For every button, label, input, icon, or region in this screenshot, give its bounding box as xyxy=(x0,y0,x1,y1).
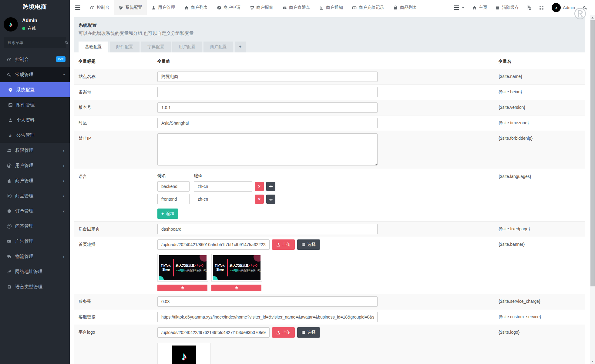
row-label: 备案号 xyxy=(79,87,157,97)
tab-4[interactable]: 商户配置 xyxy=(203,42,233,52)
clear-cache-button[interactable]: 清除缓存 xyxy=(491,0,523,15)
language-entry-1: × xyxy=(157,194,499,204)
home-link[interactable]: 主页 xyxy=(468,0,491,15)
search-icon[interactable] xyxy=(65,41,72,45)
sidebar-item-6[interactable]: 权限管理‹ xyxy=(0,143,70,158)
language-key-input[interactable] xyxy=(157,194,190,204)
sidebar-item-11[interactable]: ?问答管理 xyxy=(0,219,70,234)
logo-choose-button[interactable]: 选择 xyxy=(297,327,320,338)
banner-delete-button[interactable] xyxy=(157,285,207,291)
remove-language-button[interactable]: × xyxy=(255,195,264,204)
users-icon xyxy=(5,148,13,153)
topnav-item-1[interactable]: 系统配置 xyxy=(114,0,147,15)
sidebar-item-3[interactable]: 附件管理 xyxy=(0,97,70,112)
config-row-forbidden-ip: 禁止IP {$site.forbiddenip} xyxy=(74,131,585,169)
menu-search-input[interactable] xyxy=(4,40,65,45)
config-row-logo: 平台logo 上传 选择 ♪ {$site.logo} xyxy=(74,325,585,364)
sidebar-item-9[interactable]: P商品管理‹ xyxy=(0,188,70,203)
tab-3[interactable]: 用户配置 xyxy=(172,42,202,52)
timezone-input[interactable] xyxy=(157,118,378,128)
add-tab-button[interactable]: + xyxy=(235,42,246,52)
tab-2[interactable]: 字典配置 xyxy=(141,42,171,52)
topnav-item-5[interactable]: 商户橱窗 xyxy=(245,0,278,15)
sidebar-item-12[interactable]: 广告管理 xyxy=(0,234,70,249)
forbidden-ip-textarea[interactable] xyxy=(157,133,378,165)
site-name-input[interactable] xyxy=(157,72,378,82)
row-label: 禁止IP xyxy=(79,133,157,166)
money-icon: 0 xyxy=(352,5,357,10)
banner-choose-button[interactable]: 选择 xyxy=(297,239,320,250)
language-value-input[interactable] xyxy=(194,181,252,192)
home-icon xyxy=(184,5,189,10)
truck-icon xyxy=(5,254,13,259)
column-header-value: 变量值 xyxy=(157,59,499,64)
tab-0[interactable]: 基础配置 xyxy=(79,42,108,52)
move-language-button[interactable] xyxy=(266,182,275,191)
banner-thumbnails: TikTok:Shop 新人支援流量パッケ 100万回の商品露出を受け取 Tik… xyxy=(157,254,499,291)
beian-input[interactable] xyxy=(157,87,378,97)
tab-1[interactable]: 邮件配置 xyxy=(110,42,140,52)
home-icon xyxy=(472,5,477,10)
user-name: Admin xyxy=(22,18,37,23)
gauge-icon xyxy=(90,5,95,10)
pink-circle-decor xyxy=(200,255,207,262)
page-scrollbar[interactable] xyxy=(590,15,595,364)
qcircle-icon: ? xyxy=(5,224,13,229)
banner-path-input[interactable] xyxy=(157,239,270,250)
row-label: 时区 xyxy=(79,118,157,128)
fullscreen-button[interactable] xyxy=(535,0,548,15)
language-key-input[interactable] xyxy=(157,181,190,192)
scroll-down-arrow[interactable] xyxy=(590,359,595,364)
logo-thumbnail: ♪ xyxy=(157,343,211,364)
sidebar-item-13[interactable]: 物流管理‹ xyxy=(0,249,70,264)
topnav-item-0[interactable]: 控制台 xyxy=(86,0,114,15)
sidebar-item-10[interactable]: 订单管理‹ xyxy=(0,203,70,219)
logo-path-input[interactable] xyxy=(157,327,270,338)
row-var-name: {$site.banner} xyxy=(499,239,580,291)
language-subheaders: 键名 键值 xyxy=(157,173,499,179)
sidebar-item-5[interactable]: a公告管理 xyxy=(0,128,70,143)
topnav-item-2[interactable]: 用户管理 xyxy=(147,0,180,15)
caret-down-icon xyxy=(462,7,464,8)
service-charge-input[interactable] xyxy=(157,296,378,307)
topnav-tabs: 控制台系统配置用户管理商户列表商户申请商户橱窗商户直通车商户通知0商户充值记录商… xyxy=(86,0,422,15)
translate-button[interactable] xyxy=(523,0,535,15)
topnav-item-7[interactable]: 商户通知 xyxy=(315,0,348,15)
topnav-item-8[interactable]: 0商户充值记录 xyxy=(348,0,389,15)
sidebar-item-15[interactable]: 语言类型管理 xyxy=(0,279,70,294)
remove-language-button[interactable]: × xyxy=(255,182,264,191)
custom-service-input[interactable] xyxy=(157,312,378,322)
banner-delete-button[interactable] xyxy=(211,285,261,291)
banner-upload-button[interactable]: 上传 xyxy=(272,239,295,250)
key-name-header: 键名 xyxy=(157,173,194,179)
avatar[interactable]: ♪ xyxy=(4,17,18,32)
sidebar-toggle-button[interactable] xyxy=(70,0,86,15)
trash-icon xyxy=(235,286,238,290)
topnav-item-6[interactable]: 商户直通车 xyxy=(278,0,315,15)
append-language-button[interactable]: + 追加 xyxy=(157,209,178,219)
scroll-up-arrow[interactable] xyxy=(590,15,595,20)
fixedpage-input[interactable] xyxy=(157,224,378,234)
sidebar-item-0[interactable]: 控制台hot xyxy=(0,52,70,67)
topbar-menu-list-button[interactable] xyxy=(450,0,468,15)
scrollbar-thumb[interactable] xyxy=(590,20,595,286)
sidebar-item-1[interactable]: 常规管理‹ xyxy=(0,67,70,82)
version-input[interactable] xyxy=(157,102,378,113)
move-language-button[interactable] xyxy=(266,195,275,204)
sidebar-item-8[interactable]: 商户管理‹ xyxy=(0,173,70,188)
online-dot-icon xyxy=(22,27,25,30)
topnav-item-3[interactable]: 商户列表 xyxy=(180,0,212,15)
sidebar: 跨境电商 ♪ Admin 在线 控制台hot常规管理‹系统配置附件管理个人资料a… xyxy=(0,0,70,364)
sidebar-item-14[interactable]: 网络地址管理 xyxy=(0,264,70,279)
sidebar-item-7[interactable]: 用户管理‹ xyxy=(0,158,70,173)
sidebar-item-4[interactable]: 个人资料 xyxy=(0,112,70,128)
topnav-item-4[interactable]: 商户申请 xyxy=(212,0,245,15)
sidebar-item-2[interactable]: 系统配置 xyxy=(0,82,70,97)
notebook-icon xyxy=(319,5,324,10)
banner-image: TikTok:Shop 新人支援流量パッケ 100万回の商品露出を受け取 xyxy=(213,255,261,280)
language-value-input[interactable] xyxy=(194,194,252,204)
logo-upload-button[interactable]: 上传 xyxy=(272,327,295,338)
pink-circle-decor xyxy=(254,255,261,262)
topnav-item-9[interactable]: 商品列表 xyxy=(389,0,422,15)
bag-icon xyxy=(393,5,398,10)
